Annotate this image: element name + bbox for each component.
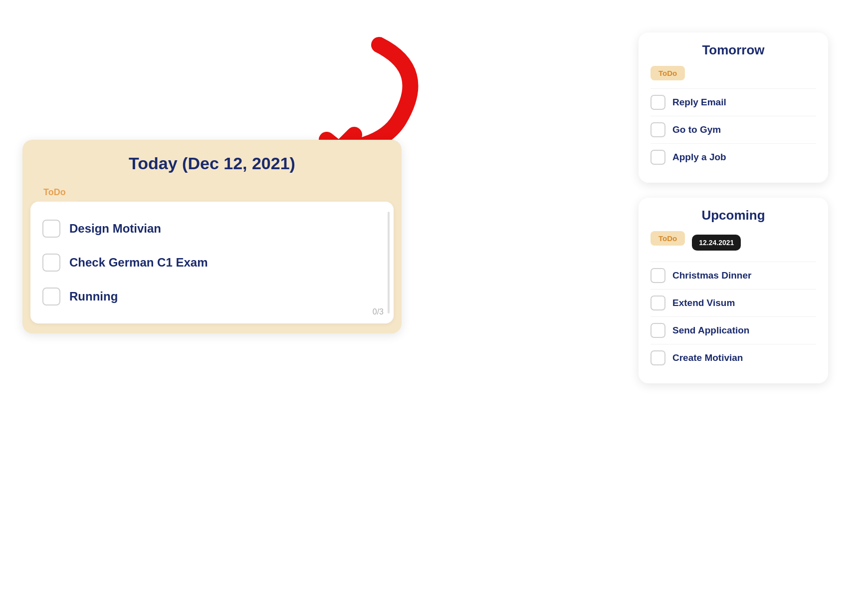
upcoming-checkbox-3[interactable] <box>651 323 665 338</box>
today-label-3: Running <box>69 290 118 303</box>
today-checkbox-2[interactable] <box>42 254 60 272</box>
today-checkbox-3[interactable] <box>42 288 60 305</box>
upcoming-card: Upcoming ToDo 12.24.2021 Christmas Dinne… <box>639 198 828 383</box>
upcoming-checkbox-4[interactable] <box>651 350 665 365</box>
tomorrow-todo-tab[interactable]: ToDo <box>651 66 685 80</box>
upcoming-label-1: Christmas Dinner <box>672 270 751 281</box>
today-checkbox-1[interactable] <box>42 220 60 238</box>
tomorrow-item-3: Apply a Job <box>651 143 816 171</box>
today-title: Today (Dec 12, 2021) <box>22 140 402 183</box>
tomorrow-label-3: Apply a Job <box>672 152 726 163</box>
today-item-2: Check German C1 Exam <box>42 246 382 280</box>
upcoming-item-3: Send Application <box>651 316 816 344</box>
upcoming-label-4: Create Motivian <box>672 352 743 363</box>
today-label-2: Check German C1 Exam <box>69 256 208 270</box>
tomorrow-checkbox-3[interactable] <box>651 150 665 165</box>
tomorrow-card: Tomorrow ToDo Reply Email Go to Gym Appl… <box>639 32 828 183</box>
today-card: Today (Dec 12, 2021) ToDo Design Motivia… <box>22 140 402 333</box>
upcoming-checkbox-2[interactable] <box>651 296 665 310</box>
tomorrow-label-2: Go to Gym <box>672 124 721 135</box>
upcoming-item-2: Extend Visum <box>651 289 816 316</box>
tomorrow-checkbox-2[interactable] <box>651 122 665 137</box>
upcoming-item-1: Christmas Dinner <box>651 262 816 289</box>
upcoming-label-3: Send Application <box>672 325 749 336</box>
today-label-1: Design Motivian <box>69 222 161 236</box>
upcoming-date-badge: 12.24.2021 <box>692 235 741 251</box>
right-panel: Tomorrow ToDo Reply Email Go to Gym Appl… <box>639 32 828 383</box>
tomorrow-checkbox-1[interactable] <box>651 95 665 110</box>
upcoming-header-row: ToDo 12.24.2021 <box>651 231 816 254</box>
today-count: 0/3 <box>373 307 384 316</box>
upcoming-title: Upcoming <box>651 208 816 223</box>
tomorrow-item-2: Go to Gym <box>651 116 816 143</box>
upcoming-label-2: Extend Visum <box>672 298 735 308</box>
today-list: Design Motivian Check German C1 Exam Run… <box>30 202 394 323</box>
upcoming-item-4: Create Motivian <box>651 344 816 371</box>
tomorrow-label-1: Reply Email <box>672 97 726 108</box>
today-item-1: Design Motivian <box>42 212 382 246</box>
today-todo-tab[interactable]: ToDo <box>32 183 77 202</box>
upcoming-todo-tab[interactable]: ToDo <box>651 231 685 246</box>
tomorrow-item-1: Reply Email <box>651 88 816 116</box>
upcoming-checkbox-1[interactable] <box>651 268 665 283</box>
tomorrow-title: Tomorrow <box>651 42 816 58</box>
scrollbar[interactable] <box>388 212 390 313</box>
today-item-3: Running <box>42 280 382 313</box>
